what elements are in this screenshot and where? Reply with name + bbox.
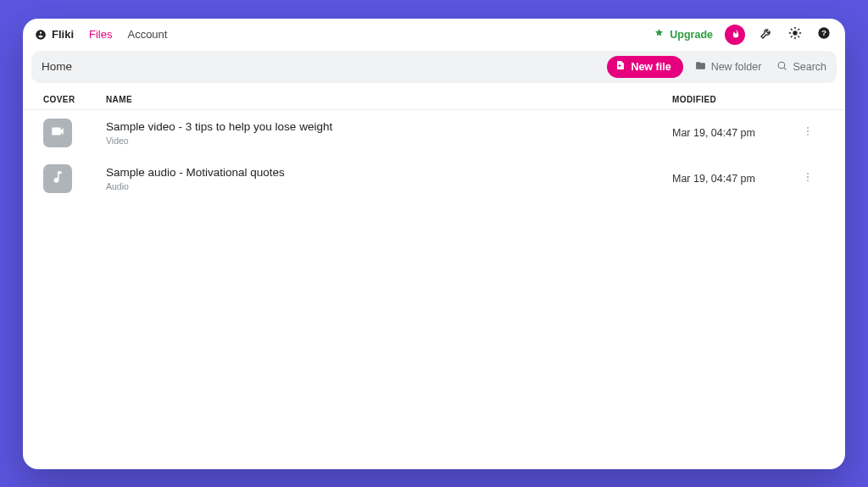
file-row[interactable]: Sample audio - Motivational quotes Audio… [23, 156, 845, 202]
avatar[interactable] [725, 25, 745, 45]
search-label: Search [793, 61, 826, 73]
file-row[interactable]: Sample video - 3 tips to help you lose w… [23, 110, 845, 156]
new-file-label: New file [631, 61, 670, 73]
file-type: Video [106, 136, 672, 146]
svg-line-12 [784, 68, 786, 69]
help-icon: ? [817, 26, 831, 42]
file-type: Audio [106, 181, 672, 191]
brand-icon [35, 29, 47, 41]
table-header: COVER NAME MODIFIED [23, 88, 845, 110]
file-name: Sample video - 3 tips to help you lose w… [106, 120, 672, 133]
upgrade-button[interactable]: Upgrade [654, 28, 713, 42]
audio-icon [50, 169, 65, 188]
file-modified: Mar 19, 04:47 pm [672, 127, 799, 139]
more-vertical-icon [802, 125, 814, 141]
cover-tile [43, 119, 72, 147]
video-icon [50, 124, 65, 142]
svg-point-13 [807, 126, 809, 128]
toolbar: Home New file New folder Search [31, 51, 837, 83]
cover-tile [43, 164, 72, 193]
svg-point-11 [779, 62, 786, 69]
upgrade-icon [654, 28, 665, 42]
file-name: Sample audio - Motivational quotes [106, 166, 672, 179]
tools-button[interactable] [757, 25, 776, 44]
brand-label: Fliki [52, 28, 74, 41]
svg-line-7 [791, 36, 792, 37]
more-vertical-icon [802, 171, 814, 186]
new-file-icon [615, 60, 626, 73]
brand[interactable]: Fliki [35, 28, 74, 41]
new-folder-label: New folder [711, 61, 762, 73]
svg-point-18 [807, 180, 809, 181]
col-cover-header: COVER [43, 95, 106, 104]
flame-icon [730, 28, 741, 42]
search-icon [776, 60, 787, 74]
toolbar-wrap: Home New file New folder Search [23, 51, 845, 88]
col-modified-header: MODIFIED [672, 95, 799, 104]
nav-files[interactable]: Files [89, 28, 112, 41]
breadcrumb[interactable]: Home [42, 60, 72, 73]
svg-point-14 [807, 130, 809, 132]
svg-text:?: ? [821, 29, 826, 37]
col-name-header: NAME [106, 95, 672, 104]
svg-point-17 [807, 176, 809, 178]
help-button[interactable]: ? [815, 25, 833, 44]
row-menu-button[interactable] [799, 125, 816, 141]
app-window: Fliki Files Account Upgrade [23, 19, 845, 469]
new-file-button[interactable]: New file [607, 56, 682, 78]
tools-icon [760, 26, 773, 42]
svg-line-8 [798, 29, 799, 30]
new-folder-button[interactable]: New folder [695, 60, 762, 74]
svg-point-16 [807, 172, 809, 174]
folder-icon [695, 60, 706, 74]
row-menu-button[interactable] [799, 170, 816, 187]
svg-line-4 [798, 36, 799, 37]
svg-point-0 [793, 30, 797, 35]
file-modified: Mar 19, 04:47 pm [672, 173, 799, 185]
theme-toggle[interactable] [786, 25, 804, 44]
svg-line-3 [791, 29, 792, 30]
sun-icon [788, 26, 802, 42]
upgrade-label: Upgrade [670, 29, 713, 41]
top-nav: Fliki Files Account Upgrade [23, 19, 845, 51]
search-button[interactable]: Search [776, 60, 826, 74]
svg-point-15 [807, 134, 809, 136]
nav-account[interactable]: Account [127, 28, 167, 41]
